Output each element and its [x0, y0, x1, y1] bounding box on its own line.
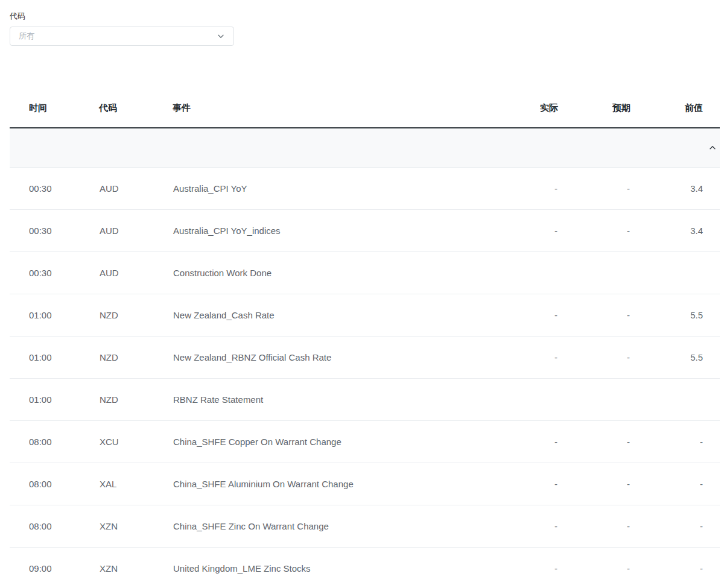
- cell-code: XCU: [99, 420, 173, 463]
- cell-actual: -: [486, 463, 558, 505]
- table-row[interactable]: 08:00 XZN China_SHFE Zinc On Warrant Cha…: [10, 505, 720, 547]
- group-band-spacer: [10, 128, 630, 167]
- cell-expected: -: [558, 505, 630, 547]
- cell-event: China_SHFE Zinc On Warrant Change: [173, 505, 486, 547]
- chevron-down-icon: [217, 32, 225, 40]
- table-header-row: 时间 代码 事件 实际 预期 前值: [10, 89, 720, 128]
- cell-previous: 5.5: [630, 336, 720, 378]
- code-select-value: 所有: [19, 31, 34, 42]
- chevron-up-icon[interactable]: [705, 141, 720, 155]
- cell-event: RBNZ Rate Statement: [173, 378, 486, 420]
- cell-actual: -: [486, 420, 558, 463]
- cell-expected: [558, 378, 630, 420]
- cell-time: 01:00: [10, 336, 99, 378]
- cell-code: XZN: [99, 547, 173, 588]
- cell-code: NZD: [99, 378, 173, 420]
- cell-previous: -: [630, 505, 720, 547]
- col-header-previous: 前值: [630, 89, 720, 128]
- cell-event: Australia_CPI YoY_indices: [173, 209, 486, 251]
- col-header-code: 代码: [99, 89, 173, 128]
- cell-expected: [558, 251, 630, 294]
- cell-time: 01:00: [10, 378, 99, 420]
- col-header-event: 事件: [173, 89, 486, 128]
- cell-time: 08:00: [10, 505, 99, 547]
- cell-actual: [486, 251, 558, 294]
- cell-actual: -: [486, 209, 558, 251]
- cell-event: New Zealand_Cash Rate: [173, 294, 486, 336]
- table-row[interactable]: 01:00 NZD New Zealand_RBNZ Official Cash…: [10, 336, 720, 378]
- code-select[interactable]: 所有: [10, 27, 234, 46]
- cell-time: 08:00: [10, 420, 99, 463]
- cell-actual: -: [486, 505, 558, 547]
- cell-time: 00:30: [10, 251, 99, 294]
- col-header-expected: 预期: [558, 89, 630, 128]
- col-header-actual: 实际: [486, 89, 558, 128]
- cell-expected: -: [558, 547, 630, 588]
- cell-actual: -: [486, 294, 558, 336]
- cell-previous: 3.4: [630, 209, 720, 251]
- cell-event: China_SHFE Copper On Warrant Change: [173, 420, 486, 463]
- cell-code: AUD: [99, 251, 173, 294]
- cell-previous: [630, 251, 720, 294]
- cell-code: XZN: [99, 505, 173, 547]
- cell-actual: -: [486, 167, 558, 209]
- table-row[interactable]: 09:00 XZN United Kingdom_LME Zinc Stocks…: [10, 547, 720, 588]
- cell-code: NZD: [99, 336, 173, 378]
- cell-previous: 3.4: [630, 167, 720, 209]
- cell-code: XAL: [99, 463, 173, 505]
- col-header-time: 时间: [10, 89, 99, 128]
- table-row[interactable]: 01:00 NZD RBNZ Rate Statement: [10, 378, 720, 420]
- cell-previous: [630, 378, 720, 420]
- code-filter: 代码 所有: [10, 11, 724, 46]
- table-row[interactable]: 08:00 XAL China_SHFE Aluminium On Warran…: [10, 463, 720, 505]
- table-row[interactable]: 00:30 AUD Australia_CPI YoY_indices - - …: [10, 209, 720, 251]
- cell-actual: [486, 378, 558, 420]
- cell-time: 01:00: [10, 294, 99, 336]
- cell-previous: -: [630, 547, 720, 588]
- table-row[interactable]: 08:00 XCU China_SHFE Copper On Warrant C…: [10, 420, 720, 463]
- cell-previous: -: [630, 463, 720, 505]
- table-row[interactable]: 01:00 NZD New Zealand_Cash Rate - - 5.5: [10, 294, 720, 336]
- cell-time: 09:00: [10, 547, 99, 588]
- code-filter-label: 代码: [10, 11, 724, 22]
- cell-event: United Kingdom_LME Zinc Stocks: [173, 547, 486, 588]
- cell-event: Construction Work Done: [173, 251, 486, 294]
- cell-time: 00:30: [10, 209, 99, 251]
- cell-expected: -: [558, 209, 630, 251]
- cell-code: AUD: [99, 209, 173, 251]
- cell-event: New Zealand_RBNZ Official Cash Rate: [173, 336, 486, 378]
- cell-expected: -: [558, 463, 630, 505]
- cell-expected: -: [558, 420, 630, 463]
- cell-event: China_SHFE Aluminium On Warrant Change: [173, 463, 486, 505]
- table-row[interactable]: 00:30 AUD Construction Work Done: [10, 251, 720, 294]
- cell-previous: 5.5: [630, 294, 720, 336]
- cell-code: NZD: [99, 294, 173, 336]
- cell-actual: -: [486, 336, 558, 378]
- cell-code: AUD: [99, 167, 173, 209]
- cell-time: 08:00: [10, 463, 99, 505]
- cell-expected: -: [558, 167, 630, 209]
- page: 代码 所有 时间 代码 事件 实际 预期 前值: [0, 0, 724, 588]
- group-header-row: [10, 128, 720, 167]
- cell-actual: -: [486, 547, 558, 588]
- table-row[interactable]: 00:30 AUD Australia_CPI YoY - - 3.4: [10, 167, 720, 209]
- cell-expected: -: [558, 294, 630, 336]
- cell-expected: -: [558, 336, 630, 378]
- events-table: 时间 代码 事件 实际 预期 前值 00:3: [10, 89, 720, 588]
- cell-previous: -: [630, 420, 720, 463]
- cell-event: Australia_CPI YoY: [173, 167, 486, 209]
- cell-time: 00:30: [10, 167, 99, 209]
